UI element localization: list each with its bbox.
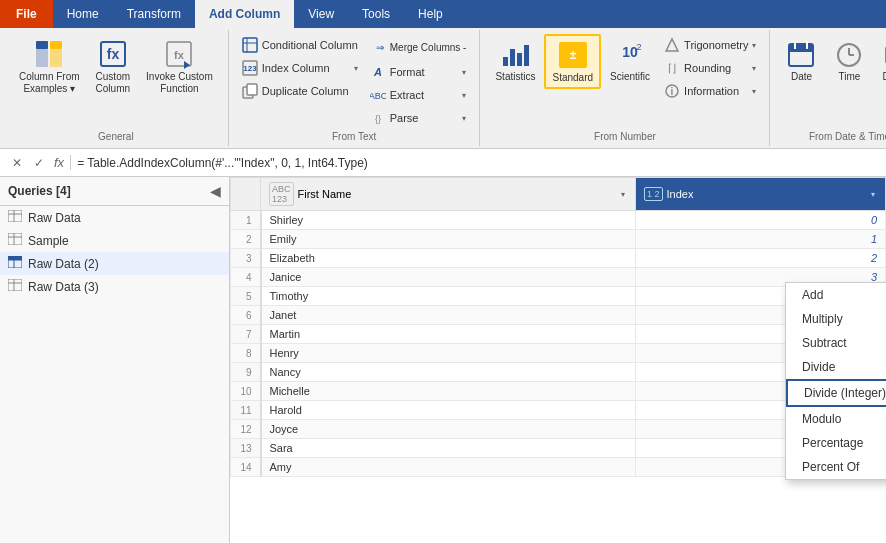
svg-text:ABC: ABC <box>370 91 386 101</box>
col-header-first-name[interactable]: ABC123 First Name ▾ <box>261 178 636 211</box>
column-from-examples-button[interactable]: Column FromExamples ▾ <box>12 34 87 99</box>
statistics-label: Statistics <box>495 71 535 83</box>
date-label: Date <box>791 71 812 83</box>
statistics-button[interactable]: Statistics <box>488 34 542 87</box>
dropdown-item[interactable]: Subtract <box>786 331 886 355</box>
name-cell: Shirley <box>261 211 636 230</box>
format-button[interactable]: A Format ▾ <box>365 61 472 83</box>
table-row: 1 Shirley 0 <box>231 211 886 230</box>
invoke-custom-function-button[interactable]: fx Invoke CustomFunction <box>139 34 220 99</box>
table-row: 2 Emily 1 <box>231 230 886 249</box>
merge-columns-button[interactable]: ⇒ Merge Columns - <box>365 34 472 60</box>
tab-view[interactable]: View <box>294 0 348 28</box>
dropdown-item[interactable]: Modulo <box>786 407 886 431</box>
ribbon-group-from-text: Conditional Column 123 Index Column ▾ <box>229 30 481 146</box>
name-cell: Emily <box>261 230 636 249</box>
sidebar-item-sample[interactable]: Sample <box>0 229 229 252</box>
standard-icon-box: ± <box>559 42 587 68</box>
table-row: 3 Elizabeth 2 <box>231 249 886 268</box>
duplicate-column-label: Duplicate Column <box>262 85 349 97</box>
index-column-icon: 123 <box>242 60 258 76</box>
parse-button[interactable]: {} Parse ▾ <box>365 107 472 129</box>
tab-transform[interactable]: Transform <box>113 0 195 28</box>
dropdown-item[interactable]: Add <box>786 283 886 307</box>
name-cell: Michelle <box>261 382 636 401</box>
ribbon-group-from-number: Statistics ± Standard 10 2 <box>480 30 770 146</box>
from-date-items: Date Time D <box>778 34 886 129</box>
svg-text:{}: {} <box>375 114 381 124</box>
information-icon: i <box>664 83 680 99</box>
cancel-formula-icon[interactable]: ✕ <box>8 154 26 172</box>
tab-file[interactable]: File <box>0 0 53 28</box>
duplicate-column-button[interactable]: Duplicate Column <box>237 80 363 102</box>
tab-tools[interactable]: Tools <box>348 0 404 28</box>
dropdown-item[interactable]: Divide (Integer) <box>786 379 886 407</box>
information-button[interactable]: i Information ▾ <box>659 80 761 102</box>
standard-icon: ± <box>557 39 589 71</box>
rounding-icon: ⌈⌋ <box>664 60 680 76</box>
trigonometry-button[interactable]: Trigonometry ▾ <box>659 34 761 56</box>
duration-label: Dura... <box>882 71 886 83</box>
parse-icon: {} <box>370 110 386 126</box>
tab-home[interactable]: Home <box>53 0 113 28</box>
name-cell: Harold <box>261 401 636 420</box>
information-label: Information <box>684 85 739 97</box>
extract-label: Extract <box>390 89 424 101</box>
name-cell: Amy <box>261 458 636 477</box>
dropdown-item[interactable]: Multiply <box>786 307 886 331</box>
from-number-col: Trigonometry ▾ ⌈⌋ Rounding ▾ <box>659 34 761 102</box>
column-from-examples-icon <box>33 38 65 70</box>
first-name-col-label: First Name <box>298 188 352 200</box>
row-number: 12 <box>231 420 261 439</box>
standard-button[interactable]: ± Standard <box>544 34 601 89</box>
standard-dropdown-menu[interactable]: AddMultiplySubtractDivideDivide (Integer… <box>785 282 886 480</box>
time-label: Time <box>839 71 861 83</box>
dropdown-item[interactable]: Percentage <box>786 431 886 455</box>
sidebar-toggle[interactable]: ◀ <box>210 183 221 199</box>
dropdown-item[interactable]: Percent Of <box>786 455 886 479</box>
first-name-type-icon: ABC123 <box>269 182 294 206</box>
first-name-dropdown-btn[interactable]: ▾ <box>619 190 627 199</box>
index-dropdown-btn[interactable]: ▾ <box>869 190 877 199</box>
information-dropdown-arrow: ▾ <box>752 87 756 96</box>
row-number: 8 <box>231 344 261 363</box>
row-number: 7 <box>231 325 261 344</box>
dropdown-item[interactable]: Divide <box>786 355 886 379</box>
name-cell: Sara <box>261 439 636 458</box>
tab-add-column[interactable]: Add Column <box>195 0 294 28</box>
custom-column-button[interactable]: fx CustomColumn <box>89 34 137 99</box>
date-button[interactable]: Date <box>778 34 824 87</box>
name-cell: Nancy <box>261 363 636 382</box>
svg-rect-46 <box>8 256 22 260</box>
sidebar-item-raw-data-2[interactable]: Raw Data (2) <box>0 252 229 275</box>
index-column-button[interactable]: 123 Index Column ▾ <box>237 57 363 79</box>
duration-button[interactable]: Dura... <box>874 34 886 87</box>
row-number: 11 <box>231 401 261 420</box>
table-area: ABC123 First Name ▾ 1 2 Index ▾ <box>230 177 886 543</box>
general-items: Column FromExamples ▾ fx CustomColumn fx <box>12 34 220 129</box>
index-column-dropdown-arrow: ▾ <box>354 64 358 73</box>
rounding-button[interactable]: ⌈⌋ Rounding ▾ <box>659 57 761 79</box>
sidebar-item-label-raw-data-2: Raw Data (2) <box>28 257 99 271</box>
svg-text:123: 123 <box>243 64 257 73</box>
conditional-column-icon <box>242 37 258 53</box>
sidebar-header: Queries [4] ◀ <box>0 177 229 206</box>
conditional-column-button[interactable]: Conditional Column <box>237 34 363 56</box>
row-number: 10 <box>231 382 261 401</box>
confirm-formula-icon[interactable]: ✓ <box>30 154 48 172</box>
svg-text:±: ± <box>569 48 576 62</box>
index-col-label: Index <box>667 188 694 200</box>
parse-label: Parse <box>390 112 419 124</box>
time-button[interactable]: Time <box>826 34 872 87</box>
extract-button[interactable]: ABC Extract ▾ <box>365 84 472 106</box>
tab-help[interactable]: Help <box>404 0 457 28</box>
col-header-index[interactable]: 1 2 Index ▾ <box>636 178 886 211</box>
sidebar-item-raw-data[interactable]: Raw Data <box>0 206 229 229</box>
svg-rect-49 <box>8 279 22 291</box>
scientific-icon: 10 2 <box>614 38 646 70</box>
merge-columns-label: Merge Columns - <box>390 42 467 54</box>
row-number: 6 <box>231 306 261 325</box>
row-number: 3 <box>231 249 261 268</box>
sidebar-item-raw-data-3[interactable]: Raw Data (3) <box>0 275 229 298</box>
scientific-button[interactable]: 10 2 Scientific <box>603 34 657 87</box>
